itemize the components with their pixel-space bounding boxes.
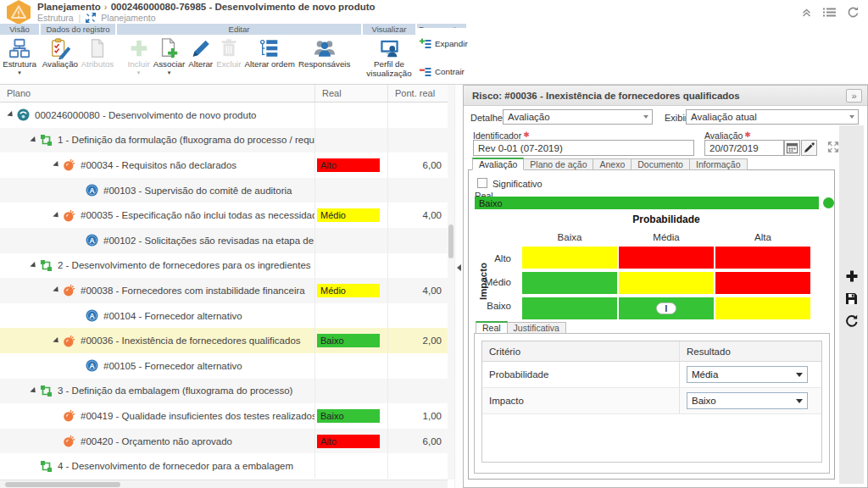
identificador-input[interactable]	[473, 140, 694, 156]
matrix-cell[interactable]	[619, 247, 714, 269]
save-button[interactable]	[845, 292, 858, 305]
matrix-row-header: Médio	[469, 270, 518, 294]
matrix-cell[interactable]	[522, 272, 617, 294]
matrix-cell[interactable]	[715, 272, 810, 294]
tree-row-plan-cell: A#00102 - Solicitações são revisadas na …	[0, 228, 315, 253]
tree-row[interactable]: A#00102 - Solicitações são revisadas na …	[0, 228, 448, 253]
tree-row[interactable]: 1 - Definição da formulação (fluxograma …	[0, 128, 448, 153]
tree-row-plan-cell: #00419 - Qualidade insuficientes dos tes…	[0, 403, 315, 429]
tree-row[interactable]: A#00103 - Supervisão do comitê de audito…	[0, 178, 448, 203]
breadcrumb-app[interactable]: Planejamento	[37, 2, 101, 12]
tree-row-plan-cell: A#00104 - Fornecedor alternativo	[0, 303, 315, 329]
tab-plano-de-acao[interactable]: Plano de ação	[524, 158, 593, 170]
expand-arrow-icon[interactable]	[28, 389, 40, 393]
ribbon-button-label: Associar	[153, 60, 186, 69]
expand-arrow-icon[interactable]	[51, 163, 63, 167]
horizontal-scrollbar[interactable]	[0, 480, 448, 488]
risk-level-badge: Baixo	[317, 334, 380, 347]
breadcrumb-record: 000246000080-76985 - Desenvolvimento de …	[111, 2, 376, 12]
expand-arrow-icon[interactable]	[51, 214, 63, 218]
expand-arrow-icon[interactable]	[51, 339, 63, 343]
breadcrumb: Planejamento›000246000080-76985 - Desenv…	[37, 2, 376, 23]
column-header-real[interactable]: Real	[315, 85, 388, 102]
matrix-cell[interactable]	[522, 297, 617, 319]
calendar-button[interactable]	[784, 140, 800, 156]
detalhes-select-value: Avaliação	[508, 112, 550, 122]
matrix-cell[interactable]	[715, 297, 810, 319]
matrix-cell[interactable]	[522, 247, 617, 269]
tree-row-label: #00034 - Requisitos não declarados	[81, 160, 236, 170]
ribbon-group-ferramentas: FerramentasExpandirContrair	[417, 24, 466, 84]
matrix-cell[interactable]	[715, 247, 810, 269]
expand-triangle	[53, 161, 60, 169]
tab-informacao[interactable]: Informação	[690, 158, 748, 170]
significativo-checkbox[interactable]	[477, 178, 487, 188]
tree-row-real-cell	[315, 103, 388, 128]
add-button[interactable]	[845, 269, 859, 283]
ribbon-button-excluir: Excluir	[214, 36, 242, 84]
detalhes-select[interactable]: Avaliação	[503, 109, 653, 125]
ribbon-button-alterar-ordem[interactable]: Alterar ordem	[243, 36, 297, 84]
tree-row[interactable]: #00034 - Requisitos não declaradosAlto6,…	[0, 152, 448, 178]
exibir-select[interactable]: Avaliação atual	[686, 109, 859, 125]
panel-splitter[interactable]	[454, 85, 463, 488]
column-header-pont-real[interactable]: Pont. real	[388, 85, 448, 102]
panel-collapse-button[interactable]: »	[846, 89, 862, 103]
tree-row-real-cell	[315, 379, 388, 404]
fullscreen-expand-icon[interactable]	[827, 141, 839, 152]
collapse-double-chevron-icon[interactable]	[801, 7, 812, 18]
column-header-plano[interactable]: Plano	[0, 85, 315, 102]
vertical-scrollbar-thumb[interactable]	[448, 225, 453, 258]
list-view-icon[interactable]	[823, 7, 836, 18]
tree-row[interactable]: #00036 - Inexistência de fornecedores qu…	[0, 328, 448, 353]
refresh-button[interactable]	[845, 314, 859, 328]
tree-row[interactable]: A#00105 - Fornecedor alternativo	[0, 353, 448, 379]
horizontal-scrollbar-thumb[interactable]	[5, 482, 120, 487]
risk-matrix: I	[522, 247, 810, 321]
subtab-justificativa[interactable]: Justificativa	[508, 322, 566, 334]
ribbon-button-expandir[interactable]: Expandir	[420, 32, 468, 56]
expand-arrow-icon[interactable]	[51, 288, 63, 292]
tree-row[interactable]: #00038 - Fornecedores com instabilidade …	[0, 278, 448, 303]
risk-level-badge: Alto	[317, 435, 380, 448]
criteria-result-select-probabilidade[interactable]: Média	[687, 366, 808, 383]
tree-row[interactable]: 2 - Desenvolvimento de fornecedores para…	[0, 253, 448, 279]
expand-triangle	[53, 212, 60, 219]
tab-documento[interactable]: Documento	[632, 158, 690, 170]
refresh-icon[interactable]	[847, 6, 860, 19]
tab-avaliacao[interactable]: Avaliação	[472, 158, 524, 170]
clear-brush-button[interactable]	[801, 140, 817, 156]
ribbon-button-associar[interactable]: Associar▾	[152, 36, 187, 84]
ribbon-toolbar: VisãoEstrutura▾Dados do registroAvaliaçã…	[0, 24, 868, 85]
criteria-result-select-impacto[interactable]: Baixo	[687, 392, 808, 409]
ribbon-button-estrutura[interactable]: Estrutura▾	[1, 36, 38, 84]
expand-arrow-icon[interactable]	[28, 138, 40, 142]
tree-row[interactable]: A#00104 - Fornecedor alternativo	[0, 303, 448, 329]
tree-row-plan-cell: 4 - Desenvolvimento de fornecedor para a…	[0, 453, 315, 479]
tree-row[interactable]: 4 - Desenvolvimento de fornecedor para a…	[0, 453, 448, 479]
tree-row[interactable]: 000246000080 - Desenvolvimento de novo p…	[0, 103, 448, 128]
control-icon: A	[86, 184, 98, 197]
tree-row[interactable]: #00420 - Orçamento não aprovadoAlto6,00	[0, 429, 448, 454]
matrix-cell[interactable]	[619, 272, 714, 294]
subtab-real[interactable]: Real	[476, 321, 508, 334]
ribbon-button-perfil-de-visualizacao[interactable]: Perfil de visualização	[363, 36, 415, 84]
tree-row[interactable]: #00035 - Especificação não inclui todas …	[0, 202, 448, 228]
ribbon-button-contrair[interactable]: Contrair	[420, 60, 465, 84]
vertical-scrollbar[interactable]	[448, 85, 454, 480]
breadcrumb-structure[interactable]: Estrutura	[37, 13, 74, 23]
tree-row[interactable]: #00419 - Qualidade insuficientes dos tes…	[0, 403, 448, 429]
tab-anexo[interactable]: Anexo	[593, 158, 632, 170]
risk-level-badge: Médio	[317, 284, 380, 297]
tree-row[interactable]: 3 - Definição da embalagem (fluxograma d…	[0, 379, 448, 404]
ribbon-button-alterar[interactable]: Alterar	[186, 36, 214, 84]
collapse-icon	[420, 60, 431, 84]
expand-arrow-icon[interactable]	[5, 113, 17, 117]
avaliacao-date-input[interactable]	[704, 140, 784, 156]
ribbon-button-responsaveis[interactable]: Responsáveis	[297, 36, 353, 84]
matrix-cell[interactable]: I	[619, 297, 714, 319]
expand-arrow-icon[interactable]	[28, 263, 40, 268]
ribbon-button-avaliacao[interactable]: Avaliação	[41, 36, 80, 84]
breadcrumb-view-name[interactable]: Planejamento	[101, 13, 155, 23]
splitter-collapse-arrow-icon[interactable]	[457, 264, 461, 271]
